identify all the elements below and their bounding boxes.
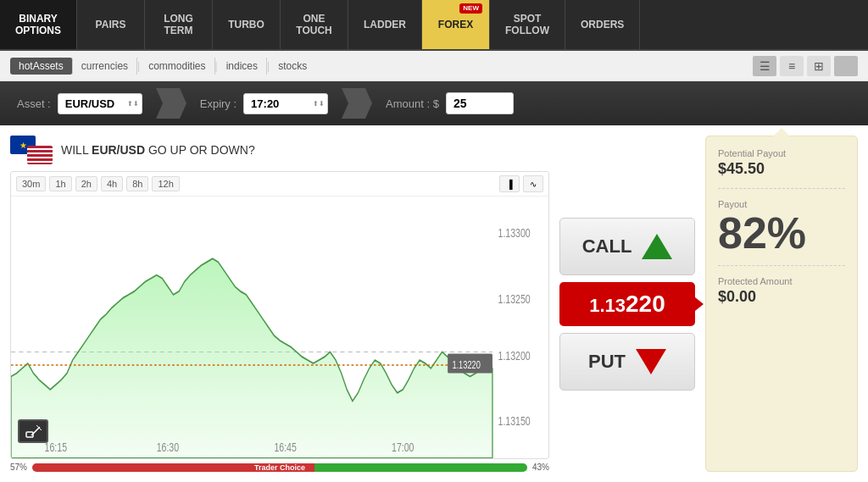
call-button[interactable]: CALL xyxy=(559,218,695,275)
svg-text:1.13300: 1.13300 xyxy=(498,225,531,241)
timeframe-2h[interactable]: 2h xyxy=(75,176,97,191)
payout-divider-2 xyxy=(718,265,845,266)
expiry-select-wrapper: 17:20 17:25 17:30 xyxy=(243,93,328,114)
svg-text:1.13200: 1.13200 xyxy=(498,348,531,363)
timeframe-30m[interactable]: 30m xyxy=(16,176,46,191)
nav-pairs[interactable]: PAIRS xyxy=(77,0,145,49)
timeframe-4h[interactable]: 4h xyxy=(101,176,123,191)
timeframe-12h[interactable]: 12h xyxy=(152,176,179,191)
potential-payout-label: Potential Payout xyxy=(718,148,845,158)
drawing-tool[interactable] xyxy=(18,419,48,443)
svg-text:1.13220: 1.13220 xyxy=(452,358,480,370)
right-pct: 43% xyxy=(532,463,549,472)
price-main: 1.13 xyxy=(589,295,626,316)
asset-question: WILL EUR/USD GO UP OR DOWN? xyxy=(61,143,255,157)
trader-choice: 57% Trader Choice 43% xyxy=(10,463,549,472)
put-button[interactable]: PUT xyxy=(559,333,695,391)
asset-select-wrapper: EUR/USD GBP/USD USD/JPY xyxy=(58,93,142,114)
us-flag xyxy=(27,146,53,164)
view-list-icon[interactable]: ☰ xyxy=(753,56,776,76)
price-decimal: 220 xyxy=(626,291,665,317)
chart-type-icons: ▐ ∿ xyxy=(499,175,543,192)
call-label: CALL xyxy=(582,235,632,258)
current-price-display: 1.13220 xyxy=(559,282,695,326)
chart-panel: ★ WILL EUR/USD GO UP OR DOWN? 30m 1h 2h … xyxy=(10,136,549,472)
timeframe-1h[interactable]: 1h xyxy=(49,176,71,191)
arrow-sep-2 xyxy=(342,88,372,119)
svg-line-15 xyxy=(31,427,40,435)
amount-input[interactable]: 25 xyxy=(446,92,514,114)
line-chart-icon[interactable]: ∿ xyxy=(523,175,543,192)
choice-bar: Trader Choice xyxy=(32,463,527,472)
put-label: PUT xyxy=(588,351,626,373)
asset-header: ★ WILL EUR/USD GO UP OR DOWN? xyxy=(10,136,549,164)
filter-stocks[interactable]: stocks xyxy=(270,58,315,75)
potential-payout-item: Potential Payout $45.50 xyxy=(718,148,845,178)
wand-icon xyxy=(25,424,42,439)
potential-payout-value: $45.50 xyxy=(718,160,845,178)
filter-indices[interactable]: indices xyxy=(218,58,267,75)
nav-ladder[interactable]: LADDER xyxy=(348,0,422,49)
svg-marker-0 xyxy=(156,88,186,119)
svg-text:16:15: 16:15 xyxy=(45,440,67,455)
filter-left: hotAssets currencies | commodities | ind… xyxy=(10,58,315,75)
payout-percent: 82% xyxy=(718,211,845,255)
view-detail-icon[interactable]: ≡ xyxy=(780,56,804,76)
new-badge: NEW xyxy=(459,3,482,14)
svg-text:16:30: 16:30 xyxy=(157,440,179,455)
main-content: ★ WILL EUR/USD GO UP OR DOWN? 30m 1h 2h … xyxy=(0,125,868,482)
protected-amount-item: Protected Amount $0.00 xyxy=(718,276,845,306)
timeframe-8h[interactable]: 8h xyxy=(126,176,148,191)
amount-label: Amount : $ xyxy=(386,97,439,110)
down-arrow-icon xyxy=(636,349,666,374)
asset-name: EUR/USD xyxy=(92,143,145,157)
filter-currencies[interactable]: currencies xyxy=(73,58,137,75)
chart-toolbar: 30m 1h 2h 4h 8h 12h ▐ ∿ xyxy=(11,172,548,197)
call-put-panel: CALL 1.13220 PUT xyxy=(559,136,695,472)
view-grid-icon[interactable]: ⊞ xyxy=(807,56,831,76)
nav-turbo[interactable]: TURBO xyxy=(213,0,281,49)
trade-bar: Asset : EUR/USD GBP/USD USD/JPY Expiry :… xyxy=(0,81,868,125)
nav-orders[interactable]: ORDERS xyxy=(565,0,640,49)
choice-bar-green xyxy=(314,463,527,472)
asset-label: Asset : xyxy=(17,97,51,110)
filter-commodities[interactable]: commodities xyxy=(140,58,214,75)
payout-panel: Potential Payout $45.50 Payout 82% Prote… xyxy=(705,136,858,472)
chart-container: 30m 1h 2h 4h 8h 12h ▐ ∿ xyxy=(10,171,549,459)
svg-text:16:45: 16:45 xyxy=(274,440,296,455)
payout-item: Payout 82% xyxy=(718,199,845,255)
arrow-sep-1 xyxy=(156,88,186,119)
svg-text:17:00: 17:00 xyxy=(392,440,414,455)
filter-bar: hotAssets currencies | commodities | ind… xyxy=(0,51,868,81)
left-pct: 57% xyxy=(10,463,27,472)
top-navigation: BINARY OPTIONS PAIRS LONG TERM TURBO ONE… xyxy=(0,0,868,51)
svg-marker-1 xyxy=(342,88,372,119)
view-compact-icon[interactable] xyxy=(834,56,858,76)
nav-binary-options[interactable]: BINARY OPTIONS xyxy=(0,0,77,49)
svg-text:1.13150: 1.13150 xyxy=(498,413,531,429)
chart-svg: 1.13300 1.13250 1.13200 1.13150 16:15 16… xyxy=(11,197,548,458)
filter-hot-assets[interactable]: hotAssets xyxy=(10,58,73,75)
bar-chart-icon[interactable]: ▐ xyxy=(499,175,520,192)
expiry-label: Expiry : xyxy=(200,97,236,110)
svg-text:1.13250: 1.13250 xyxy=(498,291,531,307)
nav-long-term[interactable]: LONG TERM xyxy=(145,0,213,49)
chart-area: 1.13300 1.13250 1.13200 1.13150 16:15 16… xyxy=(11,197,548,458)
nav-one-touch[interactable]: ONE TOUCH xyxy=(281,0,348,49)
nav-forex[interactable]: NEW FOREX xyxy=(422,0,490,49)
asset-select[interactable]: EUR/USD GBP/USD USD/JPY xyxy=(58,93,142,114)
protected-amount-value: $0.00 xyxy=(718,288,845,306)
view-icons: ☰ ≡ ⊞ xyxy=(753,56,858,76)
trader-choice-label: Trader Choice xyxy=(254,463,305,472)
nav-spot-follow[interactable]: SPOT FOLLOW xyxy=(490,0,565,49)
expiry-select[interactable]: 17:20 17:25 17:30 xyxy=(243,93,328,114)
payout-divider-1 xyxy=(718,188,845,189)
currency-flags: ★ xyxy=(10,136,53,164)
protected-amount-label: Protected Amount xyxy=(718,276,845,286)
up-arrow-icon xyxy=(642,234,672,259)
